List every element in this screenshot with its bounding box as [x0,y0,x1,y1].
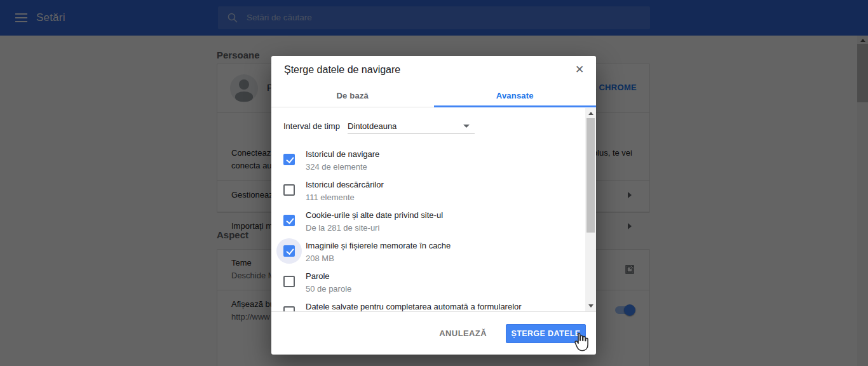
list-item-cached-images: Imaginile și fișierele memorate în cache… [271,238,585,268]
item-label: Cookie-urile și alte date privind site-u… [306,210,443,220]
dialog-tabs: De bază Avansate [271,84,596,107]
item-label: Datele salvate pentru completarea automa… [306,302,522,311]
item-label: Parole [306,271,330,281]
item-label: Istoricul descărcărilor [306,180,384,189]
checkbox-browsing-history[interactable] [283,154,295,165]
clear-browsing-data-dialog: Șterge datele de navigare ✕ De bază Avan… [271,56,596,355]
item-detail: 324 de elemente [306,162,367,172]
list-item-cookies: Cookie-urile și alte date privind site-u… [271,207,585,238]
dropdown-arrow-icon [463,125,470,128]
item-label: Imaginile și fișierele memorate în cache [306,241,451,250]
checkbox-download-history[interactable] [283,184,295,196]
item-label: Istoricul de navigare [306,149,379,159]
close-icon[interactable]: ✕ [572,62,587,78]
checkbox-passwords[interactable] [283,276,295,287]
item-detail: 111 elemente [306,193,355,202]
time-range-label: Interval de timp [283,121,340,131]
checkbox-cookies[interactable] [283,215,295,226]
time-range-value: Dintotdeauna [348,121,397,131]
scroll-down-icon[interactable] [588,304,593,308]
item-detail: 50 de parole [306,284,351,294]
item-detail: De la 281 de site-uri [306,223,379,233]
tab-advanced[interactable]: Avansate [434,84,597,107]
list-item-browsing-history: Istoricul de navigare 324 de elemente [271,146,585,177]
scrollbar-thumb[interactable] [587,118,595,233]
checkbox-cached-images[interactable] [283,245,295,257]
chrome-settings-page: Setări Setări de căutare Persoane P A CH… [0,0,868,366]
item-detail: 208 MB [306,254,334,263]
checkbox-autofill[interactable] [283,306,295,311]
dialog-footer: ANULEAZĂ ȘTERGE DATELE [271,311,596,355]
dialog-title: Șterge datele de navigare [284,64,400,76]
clear-data-button[interactable]: ȘTERGE DATELE [506,324,586,343]
list-item-autofill: Datele salvate pentru completarea automa… [271,299,585,311]
dialog-content: Interval de timp Dintotdeauna Istoricul … [271,107,585,311]
list-item-passwords: Parole 50 de parole [271,268,585,299]
time-range-dropdown[interactable]: Dintotdeauna [348,116,475,134]
cancel-button[interactable]: ANULEAZĂ [439,329,487,338]
list-item-download-history: Istoricul descărcărilor 111 elemente [271,177,585,207]
dialog-scrollbar[interactable] [585,108,596,311]
scroll-up-icon[interactable] [588,112,593,115]
tab-basic[interactable]: De bază [271,84,434,107]
